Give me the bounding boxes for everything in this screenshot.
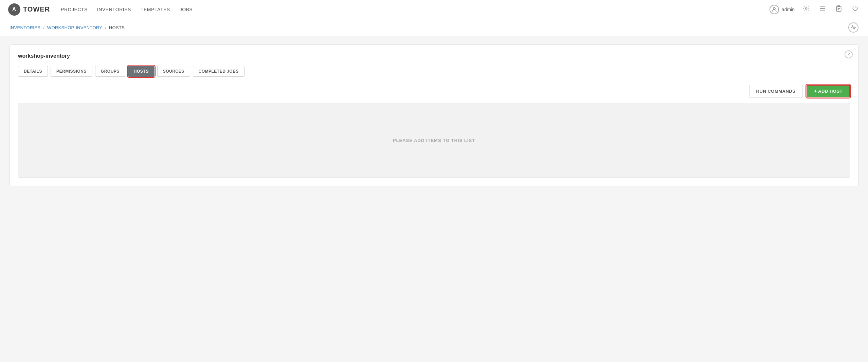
action-row: RUN COMMANDS + ADD HOST [18,85,850,97]
svg-point-0 [773,7,775,10]
clipboard-icon[interactable] [834,4,844,15]
tab-details[interactable]: DETAILS [18,66,48,77]
header-left: A TOWER PROJECTS INVENTORIES TEMPLATES J… [8,3,193,16]
tab-groups[interactable]: GROUPS [95,66,125,77]
main-content: workshop-inventory × DETAILS PERMISSIONS… [0,36,868,194]
tab-sources[interactable]: SOURCES [157,66,190,77]
card-title: workshop-inventory [18,53,850,59]
breadcrumb-sep-1: / [43,25,44,30]
svg-point-1 [806,8,807,10]
tab-permissions[interactable]: PERMISSIONS [51,66,92,77]
user-info[interactable]: admin [770,5,795,14]
breadcrumb-current: HOSTS [109,25,125,30]
breadcrumb-inventories-link[interactable]: INVENTORIES [10,25,40,30]
card-close-button[interactable]: × [845,50,853,58]
breadcrumb-sep-2: / [105,25,106,30]
add-host-button[interactable]: + ADD HOST [807,85,850,97]
user-avatar-icon [770,5,779,14]
inventory-card: workshop-inventory × DETAILS PERMISSIONS… [10,44,858,186]
menu-icon[interactable] [818,4,827,15]
activity-icon[interactable] [848,22,858,33]
breadcrumb-bar: INVENTORIES / workshop-inventory / HOSTS [0,19,868,36]
logo-icon: A [8,3,20,16]
power-icon[interactable] [850,4,860,15]
header-right: admin [770,4,860,15]
nav-inventories[interactable]: INVENTORIES [97,5,131,14]
run-commands-button[interactable]: RUN COMMANDS [749,85,803,97]
breadcrumb-workshop-link[interactable]: workshop-inventory [47,25,102,30]
tab-bar: DETAILS PERMISSIONS GROUPS HOSTS SOURCES… [18,66,850,77]
header: A TOWER PROJECTS INVENTORIES TEMPLATES J… [0,0,868,19]
empty-list-message: PLEASE ADD ITEMS TO THIS LIST [393,138,475,143]
nav-projects[interactable]: PROJECTS [61,5,88,14]
user-name-label: admin [782,7,795,12]
tab-hosts[interactable]: HOSTS [128,66,155,77]
logo-text: TOWER [23,5,50,13]
logo[interactable]: A TOWER [8,3,50,16]
breadcrumb: INVENTORIES / workshop-inventory / HOSTS [10,25,125,30]
nav-templates[interactable]: TEMPLATES [141,5,170,14]
empty-list-area: PLEASE ADD ITEMS TO THIS LIST [18,103,850,178]
main-nav: PROJECTS INVENTORIES TEMPLATES JOBS [61,5,193,14]
tab-completed-jobs[interactable]: COMPLETED JOBS [193,66,245,77]
nav-jobs[interactable]: JOBS [180,5,193,14]
settings-icon[interactable] [801,4,811,15]
